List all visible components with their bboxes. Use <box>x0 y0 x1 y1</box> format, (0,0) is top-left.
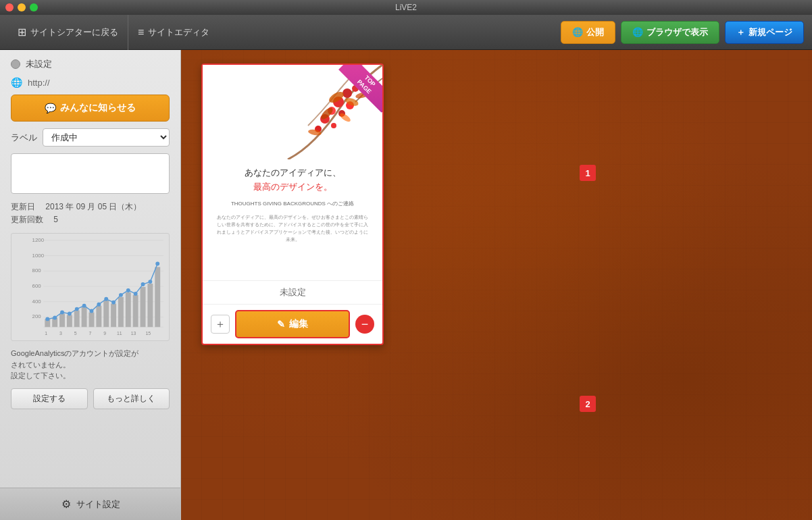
svg-rect-20 <box>96 306 101 328</box>
svg-point-29 <box>45 317 49 321</box>
toolbar: ⊞ サイトシアターに戻る ≡ サイトエディタ 🌐 公開 🌐 ブラウザで表示 ＋ … <box>0 15 812 50</box>
site-settings-bar[interactable]: ⚙ サイト設定 <box>0 488 181 520</box>
page-body-text: あなたのアイディアに、最高のデザインを。ぜひお客さまとこの素晴らしい世界を共有す… <box>216 213 369 244</box>
site-settings-label: サイト設定 <box>76 498 120 511</box>
grid-icon: ⊞ <box>18 26 26 38</box>
page-label-text: 未設定 <box>280 287 306 297</box>
update-count-value: 5 <box>53 215 58 224</box>
status-dot <box>11 59 20 69</box>
page-title-line1: あなたのアイディアに、 <box>245 167 341 178</box>
svg-text:3: 3 <box>59 331 62 336</box>
svg-rect-28 <box>155 267 160 328</box>
site-editor-label: ≡ サイトエディタ <box>128 15 219 50</box>
page-main-title: あなたのアイディアに、 最高のデザインを。 <box>216 166 369 194</box>
svg-text:400: 400 <box>32 298 42 305</box>
details-button[interactable]: もっと詳しく <box>93 388 170 409</box>
status-row: 未設定 <box>11 58 170 70</box>
app-title: LiVE2 <box>395 3 417 12</box>
svg-text:600: 600 <box>32 283 42 289</box>
svg-rect-24 <box>126 292 131 327</box>
label-select[interactable]: 作成中 公開中 下書き <box>43 128 170 147</box>
svg-rect-26 <box>141 287 146 327</box>
svg-rect-23 <box>118 297 124 327</box>
main-layout: 未設定 🌐 http:// 💬 みんなに知らせる ラベル 作成中 公開中 下書き… <box>0 50 812 520</box>
close-button[interactable] <box>5 3 14 11</box>
svg-rect-18 <box>82 307 87 328</box>
svg-text:1: 1 <box>45 331 47 336</box>
svg-rect-16 <box>67 315 72 328</box>
new-page-button[interactable]: ＋ 新規ページ <box>725 21 804 44</box>
notify-label: みんなに知らせる <box>60 102 136 114</box>
minimize-button[interactable] <box>18 3 26 11</box>
analytics-notice-text: GoogleAnalyticsのアカウントが設定が されていません。 設定して下… <box>11 349 139 380</box>
label-field-label: ラベル <box>11 132 37 144</box>
globe-icon: 🌐 <box>11 77 22 88</box>
bars-icon: ≡ <box>138 26 144 38</box>
browser-button[interactable]: 🌐 ブラウザで表示 <box>621 21 719 44</box>
svg-rect-22 <box>111 304 116 328</box>
label-row: ラベル 作成中 公開中 下書き <box>11 128 170 147</box>
publish-label: 公開 <box>586 26 604 38</box>
analytics-notice: GoogleAnalyticsのアカウントが設定が されていません。 設定して下… <box>11 348 170 382</box>
update-date-value: 2013 年 09 月 05 日（木） <box>45 202 141 211</box>
memo-textarea[interactable] <box>11 153 170 194</box>
svg-point-32 <box>68 312 72 316</box>
plus-icon: ＋ <box>215 317 226 332</box>
minus-icon: − <box>361 317 369 332</box>
page-actions: ＋ ✎ 編集 − <box>203 304 382 344</box>
svg-rect-19 <box>89 313 95 328</box>
settings-buttons: 設定する もっと詳しく <box>11 388 170 409</box>
back-label: サイトシアターに戻る <box>30 26 118 38</box>
gear-icon: ⚙ <box>61 498 71 511</box>
svg-rect-21 <box>103 301 109 328</box>
settings-button[interactable]: 設定する <box>11 388 88 409</box>
svg-text:5: 5 <box>74 331 77 336</box>
page-label-area: 未設定 <box>203 281 382 304</box>
svg-point-40 <box>126 288 130 292</box>
sidebar: 未設定 🌐 http:// 💬 みんなに知らせる ラベル 作成中 公開中 下書き… <box>0 50 181 520</box>
notify-button[interactable]: 💬 みんなに知らせる <box>11 95 170 122</box>
top-page-ribbon <box>328 65 382 119</box>
page-content-area: あなたのアイディアに、 最高のデザインを。 THOUGHTS GIVING BA… <box>203 153 382 280</box>
status-text: 未設定 <box>26 58 52 70</box>
publish-button[interactable]: 🌐 公開 <box>561 21 615 44</box>
annotation-1: 1 <box>580 165 596 181</box>
speech-icon: 💬 <box>45 103 56 113</box>
svg-point-33 <box>75 307 79 311</box>
edit-button-label: 編集 <box>289 318 308 330</box>
svg-text:1200: 1200 <box>32 237 45 243</box>
svg-point-31 <box>60 311 64 315</box>
back-to-theater-button[interactable]: ⊞ サイトシアターに戻る <box>8 15 128 50</box>
canvas-area: あなたのアイディアに、 最高のデザインを。 THOUGHTS GIVING BA… <box>181 50 812 520</box>
editor-label-text: サイトエディタ <box>148 26 209 38</box>
svg-point-39 <box>119 293 123 297</box>
add-page-button[interactable]: ＋ <box>211 315 230 334</box>
svg-text:11: 11 <box>117 331 122 336</box>
meta-row: 更新日 2013 年 09 月 05 日（木） 更新回数 5 <box>11 201 170 226</box>
page-sub-text: THOUGHTS GIVING BACKGROUNDS へのご連絡 <box>216 200 369 208</box>
update-count-label: 更新回数 <box>11 215 51 224</box>
svg-point-43 <box>148 280 152 284</box>
svg-rect-27 <box>147 284 153 327</box>
analytics-chart: 1200 1000 800 600 400 200 <box>11 233 170 341</box>
titlebar: LiVE2 <box>0 0 812 15</box>
publish-icon: 🌐 <box>572 27 583 37</box>
svg-point-34 <box>82 304 86 308</box>
url-row: 🌐 http:// <box>11 77 170 88</box>
edit-icon: ✎ <box>277 319 285 330</box>
svg-rect-25 <box>133 295 138 327</box>
svg-point-35 <box>90 309 94 313</box>
browser-label: ブラウザで表示 <box>646 26 708 38</box>
svg-text:9: 9 <box>103 331 106 336</box>
svg-point-38 <box>111 301 116 305</box>
window-controls <box>5 3 38 11</box>
maximize-button[interactable] <box>30 3 38 11</box>
page-title-line2: 最高のデザインを。 <box>253 182 332 192</box>
update-count-row: 更新回数 5 <box>11 213 170 226</box>
svg-text:7: 7 <box>89 331 92 336</box>
svg-point-36 <box>97 303 101 307</box>
delete-button[interactable]: − <box>355 315 374 334</box>
edit-button[interactable]: ✎ 編集 <box>235 310 350 338</box>
page-card: あなたのアイディアに、 最高のデザインを。 THOUGHTS GIVING BA… <box>201 63 384 345</box>
svg-rect-15 <box>59 314 65 328</box>
